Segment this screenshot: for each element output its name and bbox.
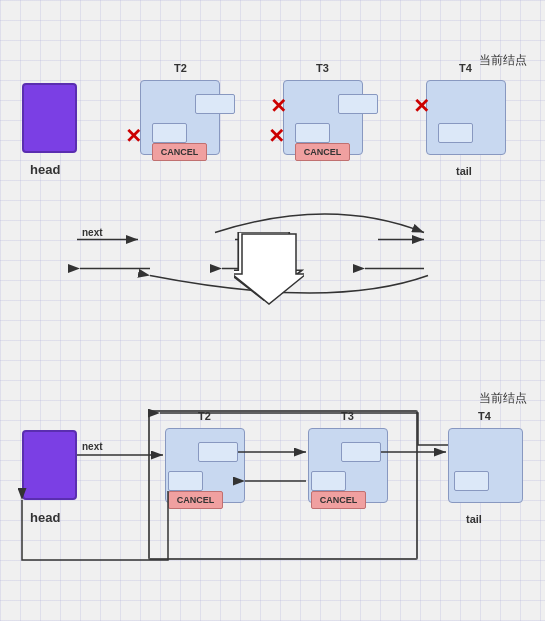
bottom-t4-label: T4 bbox=[478, 410, 491, 422]
down-arrow bbox=[234, 232, 304, 312]
top-x2: ✕ bbox=[413, 96, 430, 116]
bottom-t3-cancel-box: CANCEL bbox=[311, 491, 366, 509]
bottom-t3-label: T3 bbox=[341, 410, 354, 422]
bottom-head-block bbox=[22, 430, 77, 500]
top-t2-next-box bbox=[195, 94, 235, 114]
top-x3: ✕ bbox=[125, 126, 142, 146]
bottom-t2-pre-box bbox=[168, 471, 203, 491]
top-t3-cancel-box: CANCEL bbox=[295, 143, 350, 161]
bottom-current-node-label: 当前结点 bbox=[479, 390, 527, 407]
svg-text:next: next bbox=[82, 227, 103, 238]
top-tail-label: tail bbox=[456, 165, 472, 177]
bottom-tail-label: tail bbox=[466, 513, 482, 525]
top-t2-pre-box bbox=[152, 123, 187, 143]
bottom-head-label: head bbox=[30, 510, 60, 525]
bottom-t2-label: T2 bbox=[198, 410, 211, 422]
top-t3-label: T3 bbox=[316, 62, 329, 74]
bottom-t2-cancel-box: CANCEL bbox=[168, 491, 223, 509]
top-current-node-label: 当前结点 bbox=[479, 52, 527, 69]
top-head-block bbox=[22, 83, 77, 153]
diagram-area: 当前结点 head T2 CANCEL T3 CANCEL T4 tail ✕ … bbox=[0, 0, 545, 621]
top-t4-label: T4 bbox=[459, 62, 472, 74]
top-t3-pre-box bbox=[295, 123, 330, 143]
top-t2-cancel-box: CANCEL bbox=[152, 143, 207, 161]
top-t4-pre-box bbox=[438, 123, 473, 143]
top-x1: ✕ bbox=[270, 96, 287, 116]
top-x4: ✕ bbox=[268, 126, 285, 146]
bottom-t2-next-box bbox=[198, 442, 238, 462]
bottom-t3-pre-box bbox=[311, 471, 346, 491]
svg-marker-10 bbox=[234, 234, 304, 304]
bottom-t4-node bbox=[448, 428, 523, 503]
top-t4-node bbox=[426, 80, 506, 155]
top-t3-next-box bbox=[338, 94, 378, 114]
top-head-label: head bbox=[30, 162, 60, 177]
top-t2-label: T2 bbox=[174, 62, 187, 74]
bottom-t3-next-box bbox=[341, 442, 381, 462]
bottom-t4-pre-box bbox=[454, 471, 489, 491]
svg-text:next: next bbox=[82, 441, 103, 452]
